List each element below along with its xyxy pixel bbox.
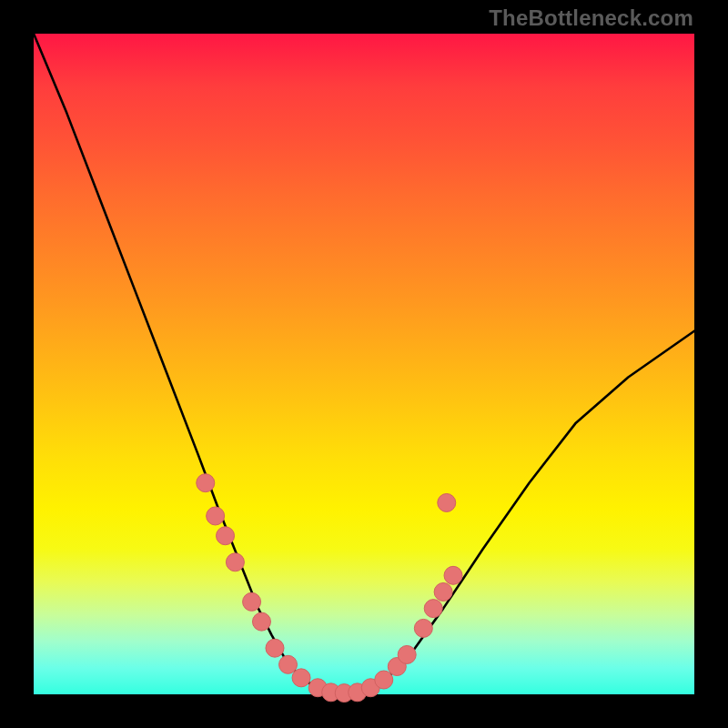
data-dot	[197, 474, 215, 492]
data-dot	[424, 600, 442, 618]
data-dot	[434, 582, 452, 601]
chart-overlay	[34, 34, 694, 694]
watermark-text: TheBottleneck.com	[489, 5, 693, 31]
curve-path	[34, 34, 694, 693]
data-dot	[398, 645, 416, 663]
data-dot	[217, 527, 235, 545]
data-dots	[197, 474, 462, 703]
data-dot	[243, 592, 261, 611]
data-dot	[375, 671, 393, 689]
data-dot	[252, 612, 270, 631]
data-dot	[266, 639, 284, 657]
data-dot	[292, 669, 310, 687]
data-dot	[444, 566, 462, 584]
data-dot	[207, 507, 225, 525]
data-dot	[414, 619, 432, 637]
bottleneck-curve	[34, 34, 694, 693]
data-dot	[438, 493, 456, 511]
data-dot	[279, 655, 298, 673]
chart-container: TheBottleneck.com	[0, 0, 728, 728]
data-dot	[226, 553, 244, 571]
